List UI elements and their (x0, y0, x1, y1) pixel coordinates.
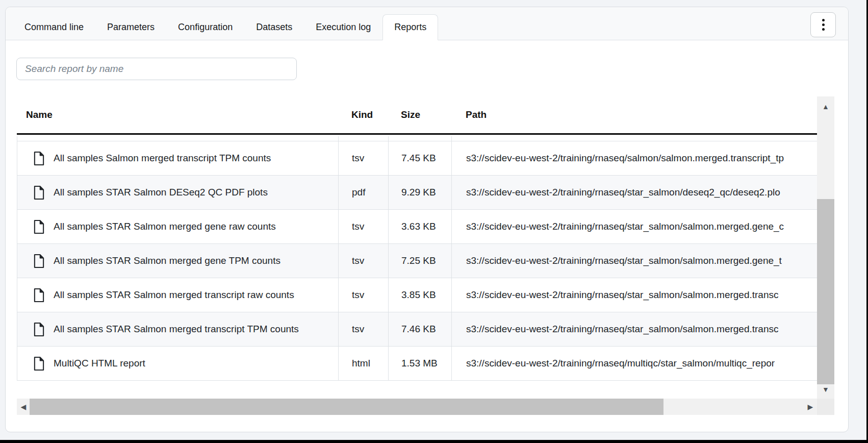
report-kind: tsv (339, 210, 389, 243)
table-row[interactable]: All samples STAR Salmon DESeq2 QC PDF pl… (17, 176, 817, 210)
report-name: All samples STAR Salmon merged transcrip… (54, 289, 294, 301)
tab-list: Command lineParametersConfigurationDatas… (13, 14, 438, 40)
report-size: 7.25 KB (389, 244, 452, 278)
kebab-dot-icon (822, 28, 825, 31)
report-path: s3://scidev-eu-west-2/training/rnaseq/st… (452, 244, 817, 278)
horizontal-scrollbar-thumb[interactable] (30, 399, 663, 415)
table-row[interactable]: All samples Salmon merged transcript TPM… (17, 141, 817, 176)
report-path: s3://scidev-eu-west-2/training/rnaseq/st… (452, 278, 817, 312)
report-name: All samples STAR Salmon merged transcrip… (54, 324, 299, 335)
report-path: s3://scidev-eu-west-2/training/rnaseq/st… (452, 210, 817, 243)
table-header-row: Name Kind Size Path (17, 96, 817, 135)
report-size: 1.53 MB (389, 347, 452, 380)
tab-execution-log[interactable]: Execution log (304, 14, 382, 40)
reports-tab-content: Name Kind Size Path All samples Salmon m… (6, 40, 848, 432)
report-name: All samples STAR Salmon merged gene raw … (54, 221, 276, 232)
table-row[interactable]: MultiQC HTML report html 1.53 MB s3://sc… (17, 347, 817, 381)
kebab-dot-icon (822, 23, 825, 26)
tab-command-line[interactable]: Command line (13, 14, 95, 40)
report-size: 9.29 KB (389, 176, 452, 209)
vertical-scrollbar[interactable]: ▲ ▼ (817, 96, 834, 399)
tab-reports[interactable]: Reports (382, 14, 438, 40)
report-kind: tsv (339, 278, 389, 312)
scroll-left-arrow-icon[interactable]: ◀ (17, 399, 30, 415)
file-icon (33, 356, 45, 371)
report-name: All samples STAR Salmon DESeq2 QC PDF pl… (54, 187, 268, 198)
tab-parameters[interactable]: Parameters (95, 14, 166, 40)
kebab-dot-icon (822, 19, 825, 21)
table-row[interactable]: All samples STAR Salmon merged transcrip… (17, 312, 817, 347)
file-icon (33, 219, 45, 234)
report-size: 7.45 KB (389, 141, 452, 175)
table-row[interactable]: All samples STAR Salmon merged gene TPM … (17, 244, 817, 278)
tab-bar: Command lineParametersConfigurationDatas… (6, 7, 848, 40)
tab-configuration[interactable]: Configuration (166, 14, 244, 40)
report-path: s3://scidev-eu-west-2/training/rnaseq/st… (452, 176, 817, 209)
more-options-button[interactable] (810, 12, 836, 37)
search-report-input[interactable] (16, 58, 297, 80)
app-window: { "tabs": { "items": [ {"label": "Comman… (0, 0, 868, 443)
report-name: All samples Salmon merged transcript TPM… (54, 153, 271, 164)
column-header-path: Path (451, 109, 817, 120)
report-kind: pdf (339, 176, 389, 209)
column-header-size: Size (388, 109, 451, 120)
report-size: 3.85 KB (389, 278, 452, 312)
table-row[interactable]: All samples STAR Salmon merged transcrip… (17, 278, 817, 312)
file-icon (33, 288, 45, 303)
report-name: MultiQC HTML report (54, 358, 145, 369)
report-kind: tsv (339, 312, 389, 346)
report-size: 3.63 KB (389, 210, 452, 243)
file-icon (33, 151, 45, 166)
file-icon (33, 254, 45, 268)
report-size: 7.46 KB (389, 312, 452, 346)
report-kind: tsv (339, 141, 389, 175)
column-header-name: Name (17, 109, 338, 120)
table-row[interactable]: All samples STAR Salmon merged gene raw … (17, 210, 817, 244)
file-icon (33, 322, 45, 337)
reports-panel: Command lineParametersConfigurationDatas… (5, 7, 849, 432)
table-row-partial[interactable] (17, 136, 817, 141)
scroll-right-arrow-icon[interactable]: ▶ (804, 399, 817, 415)
scroll-up-arrow-icon[interactable]: ▲ (817, 100, 834, 114)
report-kind: tsv (339, 244, 389, 278)
report-name: All samples STAR Salmon merged gene TPM … (54, 255, 280, 266)
scroll-down-arrow-icon[interactable]: ▼ (817, 382, 834, 397)
report-path: s3://scidev-eu-west-2/training/rnaseq/sa… (452, 141, 817, 175)
file-icon (33, 185, 45, 200)
tab-datasets[interactable]: Datasets (244, 14, 304, 40)
report-kind: html (339, 347, 389, 380)
window-edge-bottom (0, 440, 868, 443)
report-path: s3://scidev-eu-west-2/training/rnaseq/mu… (452, 347, 817, 380)
scrollbar-corner (817, 399, 834, 415)
column-header-kind: Kind (338, 109, 388, 120)
vertical-scrollbar-thumb[interactable] (817, 199, 834, 384)
reports-table-viewport: All samples Salmon merged transcript TPM… (17, 136, 817, 399)
horizontal-scrollbar[interactable]: ◀ ▶ (17, 399, 817, 415)
report-path: s3://scidev-eu-west-2/training/rnaseq/st… (452, 312, 817, 346)
